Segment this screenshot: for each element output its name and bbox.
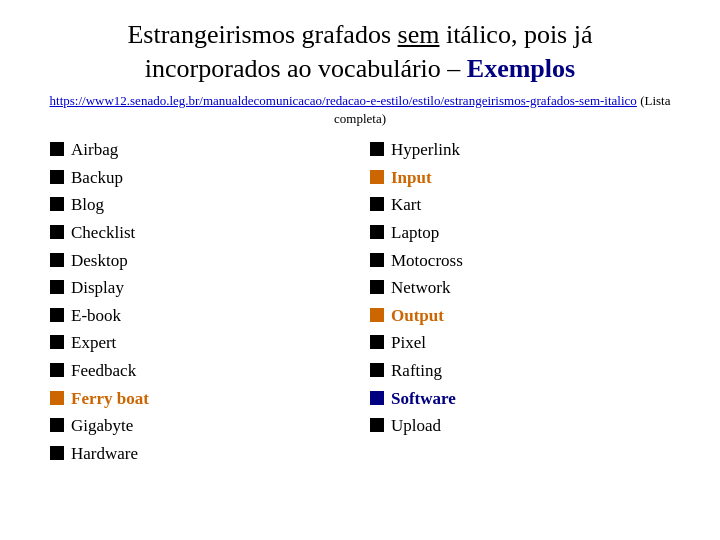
list-item-text: Output	[391, 304, 444, 329]
list-item-text: Hyperlink	[391, 138, 460, 163]
list-item: Ferry boat	[50, 387, 370, 412]
list-item: Kart	[370, 193, 690, 218]
list-item: Checklist	[50, 221, 370, 246]
bullet-icon	[370, 197, 384, 211]
bullet-icon	[50, 142, 64, 156]
list-item: Network	[370, 276, 690, 301]
title-exemplos: Exemplos	[467, 54, 575, 83]
list-item: Laptop	[370, 221, 690, 246]
bullet-icon	[370, 280, 384, 294]
list-item: Expert	[50, 331, 370, 356]
title-line2: incorporados ao vocabulário – Exemplos	[30, 52, 690, 86]
bullet-icon	[50, 363, 64, 377]
list-item-text: Display	[71, 276, 124, 301]
title-block: Estrangeirismos grafados sem itálico, po…	[30, 18, 690, 86]
bullet-icon	[50, 170, 64, 184]
left-list: AirbagBackupBlogChecklistDesktopDisplayE…	[50, 138, 370, 467]
title-line1: Estrangeirismos grafados sem itálico, po…	[30, 18, 690, 52]
list-item-text: Motocross	[391, 249, 463, 274]
list-item-text: Hardware	[71, 442, 138, 467]
bullet-icon	[50, 225, 64, 239]
list-item-text: Expert	[71, 331, 116, 356]
list-item-text: Checklist	[71, 221, 135, 246]
list-item-text: Blog	[71, 193, 104, 218]
right-column: HyperlinkInputKartLaptopMotocrossNetwork…	[370, 138, 690, 470]
bullet-icon	[370, 253, 384, 267]
bullet-icon	[50, 197, 64, 211]
list-item: Hyperlink	[370, 138, 690, 163]
bullet-icon	[50, 280, 64, 294]
title-line2-pre: incorporados ao vocabulário –	[145, 54, 467, 83]
list-item-text: Network	[391, 276, 450, 301]
list-item: Blog	[50, 193, 370, 218]
title-post: itálico, pois já	[439, 20, 592, 49]
list-item-text: Software	[391, 387, 456, 412]
list-item-text: E-book	[71, 304, 121, 329]
list-item-text: Ferry boat	[71, 387, 149, 412]
list-item-text: Desktop	[71, 249, 128, 274]
list-item: Motocross	[370, 249, 690, 274]
list-item: Backup	[50, 166, 370, 191]
list-item: Input	[370, 166, 690, 191]
left-column: AirbagBackupBlogChecklistDesktopDisplayE…	[50, 138, 370, 470]
bullet-icon	[50, 308, 64, 322]
list-item: Gigabyte	[50, 414, 370, 439]
bullet-icon	[50, 446, 64, 460]
bullet-icon	[370, 308, 384, 322]
bullet-icon	[370, 335, 384, 349]
list-item-text: Rafting	[391, 359, 442, 384]
list-item-text: Airbag	[71, 138, 118, 163]
bullet-icon	[50, 391, 64, 405]
title-sem: sem	[398, 20, 440, 49]
subtitle-link[interactable]: https://www12.senado.leg.br/manualdecomu…	[50, 93, 637, 108]
list-item-text: Upload	[391, 414, 441, 439]
columns-container: AirbagBackupBlogChecklistDesktopDisplayE…	[30, 138, 690, 470]
subtitle-block: https://www12.senado.leg.br/manualdecomu…	[30, 92, 690, 128]
list-item: E-book	[50, 304, 370, 329]
list-item-text: Input	[391, 166, 432, 191]
bullet-icon	[50, 335, 64, 349]
list-item: Display	[50, 276, 370, 301]
bullet-icon	[370, 391, 384, 405]
list-item: Rafting	[370, 359, 690, 384]
bullet-icon	[370, 418, 384, 432]
bullet-icon	[370, 363, 384, 377]
list-item-text: Laptop	[391, 221, 439, 246]
bullet-icon	[50, 418, 64, 432]
list-item-text: Backup	[71, 166, 123, 191]
list-item-text: Gigabyte	[71, 414, 133, 439]
list-item-text: Feedback	[71, 359, 136, 384]
bullet-icon	[50, 253, 64, 267]
list-item: Feedback	[50, 359, 370, 384]
list-item: Desktop	[50, 249, 370, 274]
list-item: Airbag	[50, 138, 370, 163]
list-item-text: Pixel	[391, 331, 426, 356]
right-list: HyperlinkInputKartLaptopMotocrossNetwork…	[370, 138, 690, 439]
list-item: Output	[370, 304, 690, 329]
title-pre: Estrangeirismos grafados	[127, 20, 397, 49]
list-item: Upload	[370, 414, 690, 439]
list-item: Software	[370, 387, 690, 412]
bullet-icon	[370, 142, 384, 156]
bullet-icon	[370, 170, 384, 184]
list-item: Pixel	[370, 331, 690, 356]
bullet-icon	[370, 225, 384, 239]
list-item-text: Kart	[391, 193, 421, 218]
list-item: Hardware	[50, 442, 370, 467]
